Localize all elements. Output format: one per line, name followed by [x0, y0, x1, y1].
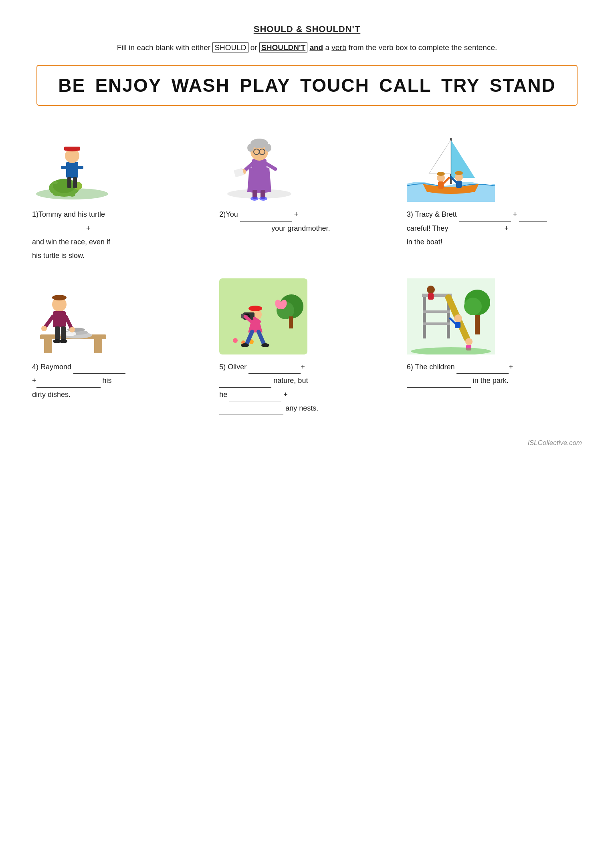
- ex1-number: 1): [32, 210, 38, 218]
- exercise-6-text: 6) The children + in the park.: [407, 360, 513, 387]
- svg-point-36: [437, 172, 445, 176]
- svg-rect-85: [423, 294, 426, 338]
- exercise-2-image: [219, 126, 299, 202]
- verb-play: PLAY: [240, 75, 290, 96]
- verb-wash: WASH: [172, 75, 230, 96]
- exercise-3-image: [407, 126, 495, 202]
- ex2-blank1[interactable]: [240, 214, 292, 222]
- svg-point-40: [455, 171, 463, 175]
- and-word: and: [309, 43, 323, 52]
- verb-try: TRY: [441, 75, 480, 96]
- svg-rect-57: [61, 326, 66, 340]
- exercise-5: 5) Oliver + nature, but he + any nests.: [219, 278, 394, 415]
- exercise-1: 1)Tommy and his turtle + and win the rac…: [32, 126, 207, 262]
- svg-point-95: [465, 338, 473, 345]
- svg-point-5: [69, 193, 75, 197]
- ex5-blank3[interactable]: [229, 394, 281, 401]
- verb-enjoy: ENJOY: [95, 75, 162, 96]
- ex6-blank2[interactable]: [407, 381, 471, 388]
- svg-point-4: [53, 192, 59, 196]
- exercise-4-image: [32, 278, 112, 354]
- exercise-4: 4) Raymond + his dirty dishes.: [32, 278, 207, 415]
- svg-rect-81: [407, 278, 495, 354]
- ex3-blank4[interactable]: [511, 228, 539, 235]
- exercise-1-image: [32, 126, 112, 202]
- instructions: Fill in each blank with either SHOULD or…: [32, 42, 582, 54]
- exercise-1-text: 1)Tommy and his turtle + and win the rac…: [32, 207, 121, 262]
- svg-point-79: [241, 343, 249, 347]
- ex2-number: 2): [219, 210, 226, 218]
- svg-rect-63: [289, 316, 293, 328]
- svg-point-20: [247, 144, 254, 152]
- svg-rect-51: [53, 311, 66, 327]
- svg-point-54: [41, 326, 47, 331]
- verb-be: BE: [58, 75, 85, 96]
- ex5-blank4[interactable]: [219, 408, 283, 415]
- exercise-2: 2)You + your grandmother.: [219, 126, 394, 262]
- ex3-blank1[interactable]: [459, 214, 511, 222]
- svg-rect-91: [428, 293, 434, 300]
- svg-point-55: [69, 327, 75, 332]
- ex4-number: 4): [32, 363, 38, 371]
- exercise-3: 3) Tracy & Brett + careful! They + in th…: [407, 126, 582, 262]
- ex1-blank2[interactable]: [93, 228, 121, 235]
- verb-word: verb: [331, 43, 346, 52]
- verb-call: CALL: [379, 75, 432, 96]
- page-title: SHOULD & SHOULDN'T: [32, 24, 582, 34]
- svg-rect-28: [234, 168, 244, 177]
- svg-point-92: [454, 314, 462, 322]
- ex3-blank2[interactable]: [519, 214, 547, 222]
- svg-point-64: [233, 338, 238, 343]
- svg-rect-15: [78, 166, 83, 169]
- verb-stand: STAND: [490, 75, 556, 96]
- ex5-number: 5): [219, 363, 226, 371]
- ex5-blank2[interactable]: [219, 381, 271, 388]
- svg-point-48: [64, 331, 76, 336]
- svg-point-70: [248, 306, 262, 311]
- exercise-5-text: 5) Oliver + nature, but he + any nests.: [219, 360, 318, 415]
- instructions-rest: from the verb box to complete the senten…: [349, 43, 497, 52]
- exercise-3-text: 3) Tracy & Brett + careful! They + in th…: [407, 207, 547, 249]
- svg-point-80: [261, 343, 269, 347]
- ex1-blank1[interactable]: [32, 228, 84, 235]
- svg-point-6: [53, 181, 58, 184]
- svg-point-21: [265, 144, 271, 152]
- svg-rect-11: [64, 147, 80, 151]
- ex5-blank1[interactable]: [248, 367, 301, 374]
- or-word: or: [250, 43, 257, 52]
- footer: iSLCollective.com: [32, 439, 582, 447]
- exercise-2-text: 2)You + your grandmother.: [219, 207, 330, 235]
- exercise-6-image: [407, 278, 495, 354]
- svg-point-90: [427, 286, 435, 294]
- exercise-6: 6) The children + in the park.: [407, 278, 582, 415]
- svg-rect-43: [44, 339, 52, 353]
- svg-rect-44: [94, 339, 102, 353]
- svg-point-84: [464, 298, 482, 315]
- exercises-grid: 1)Tommy and his turtle + and win the rac…: [32, 126, 582, 415]
- ex6-number: 6): [407, 363, 413, 371]
- svg-rect-13: [73, 177, 77, 188]
- svg-rect-88: [423, 310, 450, 313]
- svg-rect-14: [61, 166, 67, 169]
- svg-rect-12: [67, 177, 71, 188]
- svg-point-50: [52, 295, 67, 300]
- svg-point-59: [59, 339, 67, 343]
- a-word: a: [325, 43, 331, 52]
- svg-rect-8: [66, 162, 78, 178]
- shouldnt-word: SHOULDN'T: [259, 42, 307, 52]
- ex3-number: 3): [407, 210, 413, 218]
- svg-point-32: [259, 197, 267, 201]
- ex4-blank2[interactable]: [36, 381, 101, 388]
- ex3-blank3[interactable]: [450, 228, 502, 235]
- should-word: SHOULD: [212, 42, 248, 52]
- exercise-5-image: [219, 278, 307, 354]
- ex2-blank2[interactable]: [219, 228, 271, 235]
- ex6-blank1[interactable]: [456, 367, 509, 374]
- svg-rect-89: [423, 322, 450, 325]
- exercise-4-text: 4) Raymond + his dirty dishes.: [32, 360, 125, 401]
- verb-touch: TOUCH: [300, 75, 370, 96]
- svg-rect-56: [55, 326, 60, 340]
- ex4-blank1[interactable]: [73, 367, 125, 374]
- instructions-text: Fill in each blank with either: [117, 43, 210, 52]
- svg-point-31: [250, 197, 259, 201]
